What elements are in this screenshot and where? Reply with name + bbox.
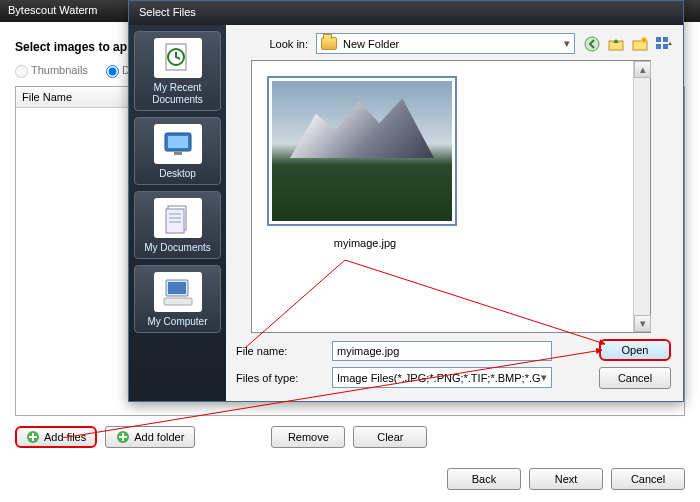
file-dialog: Select Files My Recent Documents Desktop…	[128, 0, 684, 402]
next-button[interactable]: Next	[529, 468, 603, 490]
sidebar-item-label: My Recent Documents	[137, 82, 218, 106]
add-icon	[26, 430, 40, 444]
file-preview-pane[interactable]: myimage.jpg ▴ ▾	[251, 60, 651, 333]
back-label: Back	[472, 473, 496, 485]
dialog-toolbar	[583, 35, 673, 53]
svg-rect-10	[168, 282, 186, 294]
lookin-value: New Folder	[343, 38, 399, 50]
svg-rect-17	[663, 37, 668, 42]
add-files-label: Add files	[44, 431, 86, 443]
chevron-down-icon: ▾	[541, 371, 547, 384]
sidebar-item-desktop[interactable]: Desktop	[134, 117, 221, 185]
scroll-down-button[interactable]: ▾	[634, 315, 651, 332]
sidebar-item-recent[interactable]: My Recent Documents	[134, 31, 221, 111]
new-folder-icon[interactable]	[631, 35, 649, 53]
image-thumbnail[interactable]	[267, 76, 457, 226]
image-caption: myimage.jpg	[267, 237, 463, 249]
scroll-up-button[interactable]: ▴	[634, 61, 651, 78]
svg-rect-6	[174, 152, 182, 155]
filetype-label: Files of type:	[236, 372, 324, 384]
preview-inner: myimage.jpg	[252, 61, 630, 332]
svg-rect-8	[166, 209, 184, 233]
computer-icon	[154, 272, 202, 312]
image-content	[272, 81, 452, 221]
add-folder-label: Add folder	[134, 431, 184, 443]
radio-thumbnails-input[interactable]	[15, 65, 28, 78]
lookin-label: Look in:	[236, 38, 308, 50]
nav-buttons: Back Next Cancel	[447, 468, 685, 490]
bottom-buttons: Add files Add folder Remove Clear	[15, 426, 685, 448]
dialog-titlebar: Select Files	[129, 1, 683, 25]
filetype-combo[interactable]: Image Files(*.JPG;*.PNG;*.TIF;*.BMP;*.GI…	[332, 367, 552, 388]
folder-icon	[321, 37, 337, 50]
filename-input[interactable]	[332, 341, 552, 361]
remove-label: Remove	[288, 431, 329, 443]
radio-thumbnails[interactable]: Thumbnails	[15, 64, 88, 76]
radio-thumbnails-label: Thumbnails	[31, 64, 88, 76]
svg-rect-18	[656, 44, 661, 49]
svg-point-12	[585, 37, 599, 51]
add-icon	[116, 430, 130, 444]
documents-icon	[154, 198, 202, 238]
dialog-right-pane: Look in: New Folder ▾	[226, 25, 683, 401]
lookin-combo[interactable]: New Folder ▾	[316, 33, 575, 54]
main-title-text: Bytescout Waterm	[8, 4, 97, 16]
clear-button[interactable]: Clear	[353, 426, 427, 448]
remove-button[interactable]: Remove	[271, 426, 345, 448]
svg-rect-5	[168, 136, 188, 148]
cancel-label-dialog: Cancel	[618, 372, 652, 384]
radio-details-input[interactable]	[106, 65, 119, 78]
next-label: Next	[555, 473, 578, 485]
dialog-body: My Recent Documents Desktop My Documents…	[129, 25, 683, 401]
sidebar-item-label: My Computer	[137, 316, 218, 328]
open-button[interactable]: Open	[599, 339, 671, 361]
open-label: Open	[622, 344, 649, 356]
dialog-title-text: Select Files	[139, 6, 196, 18]
cancel-label-main: Cancel	[631, 473, 665, 485]
cancel-button-dialog[interactable]: Cancel	[599, 367, 671, 389]
vertical-scrollbar[interactable]: ▴ ▾	[633, 61, 650, 332]
svg-rect-16	[656, 37, 661, 42]
dialog-buttons: Open Cancel	[599, 339, 671, 389]
svg-rect-11	[164, 298, 192, 305]
lookin-row: Look in: New Folder ▾	[236, 33, 673, 54]
mountain-shape	[290, 95, 434, 158]
chevron-down-icon: ▾	[564, 37, 570, 50]
sidebar-item-label: Desktop	[137, 168, 218, 180]
view-menu-icon[interactable]	[655, 35, 673, 53]
clear-label: Clear	[377, 431, 403, 443]
sidebar-item-label: My Documents	[137, 242, 218, 254]
svg-rect-19	[663, 44, 668, 49]
up-folder-icon[interactable]	[607, 35, 625, 53]
filetype-value: Image Files(*.JPG;*.PNG;*.TIF;*.BMP;*.GI…	[337, 372, 541, 384]
add-folder-button[interactable]: Add folder	[105, 426, 195, 448]
filename-label: File name:	[236, 345, 324, 357]
places-sidebar: My Recent Documents Desktop My Documents…	[129, 25, 226, 401]
add-files-button[interactable]: Add files	[15, 426, 97, 448]
sidebar-item-mydocs[interactable]: My Documents	[134, 191, 221, 259]
desktop-icon	[154, 124, 202, 164]
sidebar-item-mycomputer[interactable]: My Computer	[134, 265, 221, 333]
back-icon[interactable]	[583, 35, 601, 53]
cancel-button-main[interactable]: Cancel	[611, 468, 685, 490]
recent-docs-icon	[154, 38, 202, 78]
back-button[interactable]: Back	[447, 468, 521, 490]
